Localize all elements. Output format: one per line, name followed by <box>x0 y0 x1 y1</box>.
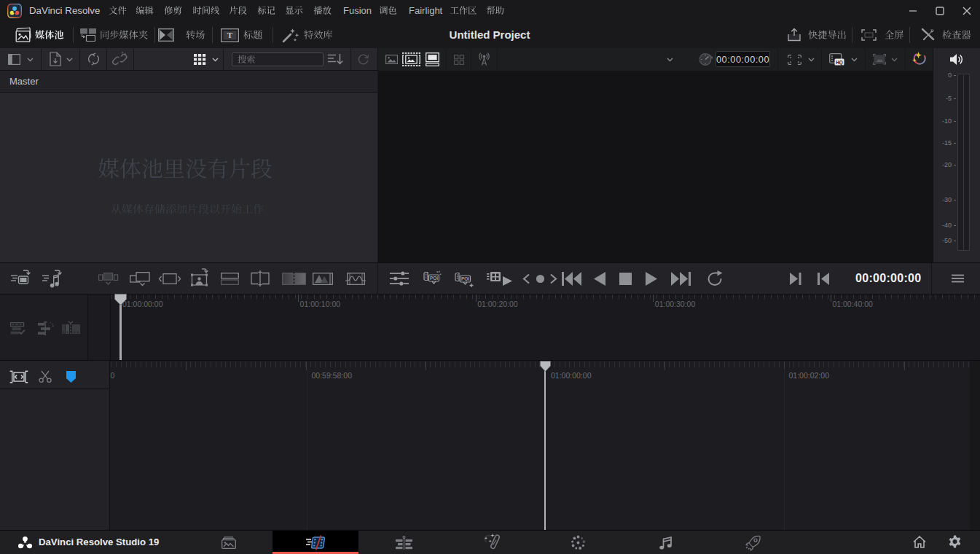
svg-text:T: T <box>227 31 233 39</box>
svg-text:HQ: HQ <box>836 60 843 66</box>
svg-text:POI: POI <box>461 276 469 281</box>
svg-text:POI: POI <box>430 276 438 281</box>
